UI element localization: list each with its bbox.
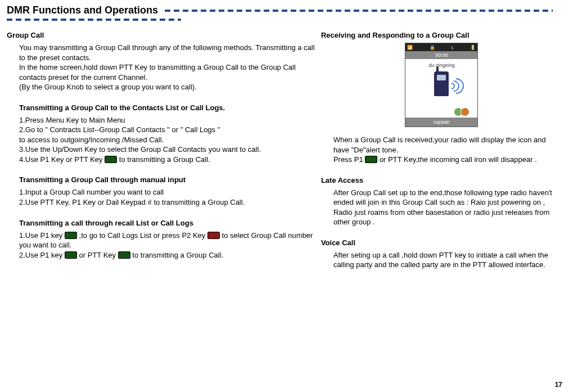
receive-body-a: When a Group Call is received,your radio… [333,135,562,155]
body-group-call: You may transmitting a Group Call throug… [7,43,315,92]
body-recall: 1.Use P1 key ,to go to Call Logs List or… [7,231,315,260]
section-receive: Receiving and Responding to a Group Call… [321,31,562,165]
ptt-key-icon [105,156,117,163]
contacts-step-2: 2.Go to " Contracts List--Group Call Con… [19,125,315,145]
person-icon [460,107,469,116]
p1-key-icon [65,232,77,239]
ptt-key-icon-2 [118,251,130,259]
signal-icon [407,45,413,50]
recall-1b: ,to go to Call Logs List or press P2 Key [79,231,206,240]
body-voice: After seting up a call ,hold down PTT ke… [321,250,562,270]
receive-b2: or PTT Key,the incoming call iron will d… [380,155,537,164]
recall-2b: or PTT Key [79,251,116,259]
p2-key-icon [207,232,220,239]
lock-icon [430,45,435,50]
recall-2a: 2.Use P1 key [19,251,65,259]
heading-voice: Voice Call [321,238,562,247]
manual-step-1: 1.Input a Group Call number you want to … [19,187,315,197]
heading-contacts: Transmitting a Group Call to the Contact… [7,103,315,112]
heading-group-call: Group Call [7,31,315,39]
screen-bottom-label: captain [405,118,477,127]
heading-manual: Transmitting a Group Call through manual… [7,175,315,184]
contacts-step-4: 4.Use P1 Key or PTT Key to transmitting … [19,155,315,165]
screen-status-bar: L [405,43,477,51]
p1-key-icon-3 [365,156,377,163]
receive-b1: Press P1 [333,155,363,164]
recall-1a: 1.Use P1 key [19,231,62,240]
receive-body-b: Press P1 or PTT Key,the incoming call ir… [333,155,562,165]
manual-step-2: 2.Use PTT Key, P1 Key or Dail Keypad # t… [19,197,315,208]
section-voice-call: Voice Call After seting up a call ,hold … [321,238,562,270]
body-receive: When a Group Call is received,your radio… [321,135,562,165]
group-people-icon [456,107,469,116]
heading-late: Late Access [321,176,562,184]
battery-icon [470,45,476,50]
screen-caller-name: du qingeing [428,62,455,68]
content-columns: Group Call You may transmitting a Group … [7,31,562,281]
contacts-step-1: 1.Press Menu Key to Main Menu [19,115,315,125]
body-manual: 1.Input a Group Call number you want to … [7,187,315,207]
section-late-access: Late Access After Group Call set up to t… [321,176,562,227]
recall-step-2: 2.Use P1 key or PTT Key to transmitting … [19,250,315,260]
radio-screen-illustration: L 00:00 du qingeing captain [405,43,478,127]
heading-recall: Transmitting a call through recall List … [7,219,315,227]
contacts-step-4b: to transmitting a Group Call. [119,155,210,164]
recall-step-1: 1.Use P1 key ,to go to Call Logs List or… [19,231,315,250]
dashed-rule-top [165,10,553,12]
page-title: DMR Functions and Operations [7,4,158,16]
signal-waves-icon [448,76,471,98]
section-manual: Transmitting a Group Call through manual… [7,175,315,207]
screen-time: 00:00 [405,51,477,59]
radio-device-icon [434,71,449,96]
section-group-call: Group Call You may transmitting a Group … [7,31,315,92]
section-recall: Transmitting a call through recall List … [7,219,315,260]
heading-receive: Receiving and Responding to a Group Call [321,31,562,39]
body-contacts: 1.Press Menu Key to Main Menu 2.Go to " … [7,115,315,165]
dashed-rule-bottom [7,19,181,21]
status-l-indicator: L [451,45,454,50]
p1-key-icon-2 [65,251,77,259]
section-contacts: Transmitting a Group Call to the Contact… [7,103,315,165]
right-column: Receiving and Responding to a Group Call… [321,31,562,281]
left-column: Group Call You may transmitting a Group … [7,31,321,281]
recall-2c: to transmitting a Group Call. [132,251,223,259]
page-header: DMR Functions and Operations [7,4,562,21]
body-late: After Group Call set up to the end,those… [321,188,562,227]
page-number: 17 [555,381,562,389]
contacts-step-4a: 4.Use P1 Key or PTT Key [19,155,103,164]
contacts-step-3: 3.Use the Up/Down Key to select the Grou… [19,145,315,155]
screen-body: du qingeing [405,59,477,118]
